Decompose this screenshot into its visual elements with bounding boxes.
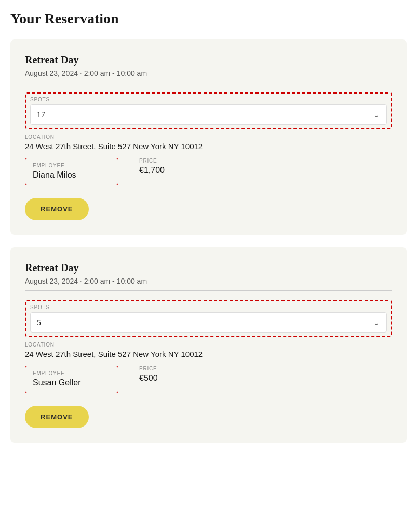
price-label-1: PRICE	[139, 158, 165, 164]
spots-label-1: SPOTS	[30, 97, 387, 102]
page-title: Your Reservation	[10, 10, 407, 27]
remove-button-1[interactable]: REMOVE	[25, 198, 89, 220]
spots-select-wrapper-1: 17 ⌄	[30, 104, 387, 125]
location-text-1: 24 West 27th Street, Suite 527 New York …	[25, 142, 392, 151]
employee-price-row-1: EMPLOYEE Diana Milos PRICE €1,700	[25, 158, 392, 185]
reservations-container: Retreat Day August 23, 2024 · 2:00 am - …	[10, 39, 407, 443]
employee-label-1: EMPLOYEE	[33, 163, 111, 168]
event-title-1: Retreat Day	[25, 54, 392, 66]
event-date-1: August 23, 2024 · 2:00 am - 10:00 am	[25, 69, 392, 83]
employee-name-1: Diana Milos	[33, 170, 111, 180]
location-label-2: LOCATION	[25, 342, 392, 348]
remove-button-2[interactable]: REMOVE	[25, 406, 89, 428]
price-value-2: €500	[139, 374, 158, 383]
employee-field-1: EMPLOYEE Diana Milos	[25, 158, 118, 185]
location-section-2: LOCATION 24 West 27th Street, Suite 527 …	[25, 342, 392, 358]
price-field-2: PRICE €500	[139, 366, 158, 383]
spots-wrapper-1: SPOTS 17 ⌄	[25, 92, 392, 129]
employee-price-row-2: EMPLOYEE Susan Geller PRICE €500	[25, 366, 392, 393]
location-text-2: 24 West 27th Street, Suite 527 New York …	[25, 350, 392, 358]
reservation-card-1: Retreat Day August 23, 2024 · 2:00 am - …	[10, 39, 407, 235]
event-date-2: August 23, 2024 · 2:00 am - 10:00 am	[25, 277, 392, 291]
employee-name-2: Susan Geller	[33, 378, 111, 388]
employee-field-2: EMPLOYEE Susan Geller	[25, 366, 118, 393]
spots-label-2: SPOTS	[30, 304, 387, 310]
price-value-1: €1,700	[139, 166, 165, 175]
spots-select-1[interactable]: 17	[30, 104, 387, 125]
spots-wrapper-2: SPOTS 5 ⌄	[25, 300, 392, 337]
price-label-2: PRICE	[139, 366, 158, 371]
employee-label-2: EMPLOYEE	[33, 370, 111, 376]
location-section-1: LOCATION 24 West 27th Street, Suite 527 …	[25, 134, 392, 151]
spots-select-wrapper-2: 5 ⌄	[30, 312, 387, 332]
location-label-1: LOCATION	[25, 134, 392, 140]
price-field-1: PRICE €1,700	[139, 158, 165, 175]
reservation-card-2: Retreat Day August 23, 2024 · 2:00 am - …	[10, 247, 407, 443]
event-title-2: Retreat Day	[25, 262, 392, 274]
spots-select-2[interactable]: 5	[30, 312, 387, 332]
